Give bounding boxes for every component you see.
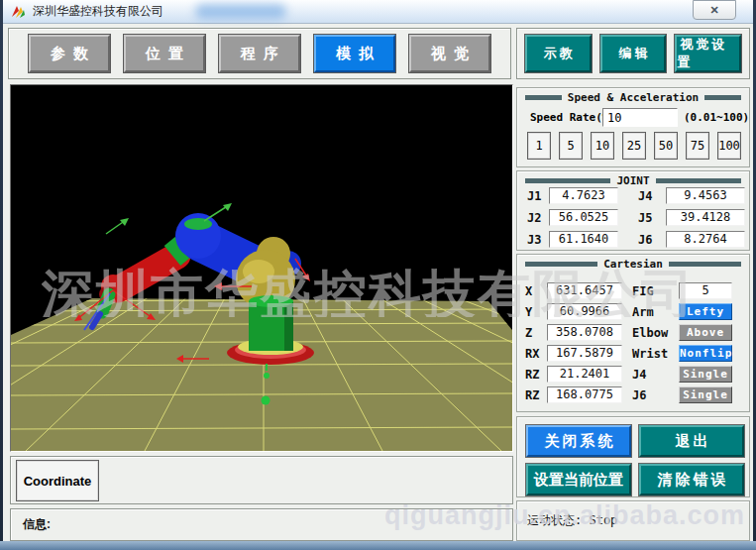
j5-value[interactable]: 39.4128 [666,209,745,226]
y-value[interactable]: 60.9966 [547,303,622,320]
motion-status-text: 运动状态: Stop [527,512,617,529]
wrist-label: Wrist [632,347,668,361]
blurred-caption [195,4,286,19]
j5-label: J5 [638,211,652,225]
tab-vision[interactable]: 视觉 [409,35,490,72]
speed-section-header: Speed & Acceleration [517,88,749,104]
j4-config-label: J4 [632,368,646,382]
main-tab-bar: 参数 位置 程序 模拟 视觉 [8,28,511,79]
speed-range-hint: (0.01~100) [684,111,749,124]
rz-value[interactable]: 21.2401 [547,366,622,383]
rx-value[interactable]: 167.5879 [547,345,622,362]
teach-button[interactable]: 示教 [525,35,592,72]
j3-value[interactable]: 61.1640 [549,231,618,248]
tab-program[interactable]: 程序 [219,35,300,72]
j6-config-label: J6 [632,388,646,402]
cartesian-section-header: Cartesian [517,255,749,271]
speed-preset-75[interactable]: 75 [686,132,709,160]
tab-position[interactable]: 位置 [124,35,205,72]
j3-label: J3 [527,233,541,247]
wrist-toggle[interactable]: Nonflip [679,345,732,362]
app-window: 深圳华盛控科技有限公司 ✕ 参数 位置 程序 模拟 视觉 示教 编辑 视觉设置 [3,0,753,542]
j2-label: J2 [527,211,541,225]
j6-toggle[interactable]: Single [679,386,732,403]
robot-3d-viewport[interactable] [10,84,513,452]
rx-label: RX [525,347,539,361]
window-frame-bottom [0,541,756,550]
speed-preset-10[interactable]: 10 [591,132,614,160]
coordinate-panel: Coordinate [10,456,513,504]
coordinate-button[interactable]: Coordinate [16,460,99,501]
joint-section: JOINT J1 4.7623 J2 56.0525 J3 61.1640 J4… [516,170,750,251]
tab-simulation[interactable]: 模拟 [314,35,395,72]
system-buttons-section: 关闭系统 退出 设置当前位置 清除错误 [516,416,750,497]
info-panel: 信息: [10,508,513,541]
window-title: 深圳华盛控科技有限公司 [33,3,163,20]
edit-button[interactable]: 编辑 [600,35,667,72]
floor-marker-small [264,373,270,379]
elbow-label: Elbow [632,326,668,340]
close-button[interactable]: ✕ [693,0,736,20]
speed-preset-100[interactable]: 100 [717,132,741,160]
cartesian-section: Cartesian X 631.6457 Y 60.9966 Z 358.070… [516,254,750,412]
speed-presets: 1 5 10 25 50 75 100 [527,132,741,160]
speed-rate-input[interactable] [602,108,678,127]
j4-label: J4 [638,189,652,203]
speed-preset-1[interactable]: 1 [527,132,551,160]
z-value[interactable]: 358.0708 [547,324,622,341]
y-label: Y [525,305,532,319]
joint-section-header: JOINT [517,171,749,187]
fig-value[interactable]: 5 [679,282,732,299]
z-label: Z [525,326,532,340]
arm-label: Arm [632,305,654,319]
fig-label: FIG [632,284,654,298]
j6-label: J6 [638,233,652,247]
tab-parameters[interactable]: 参数 [29,35,110,72]
x-value[interactable]: 631.6457 [547,282,622,299]
clear-error-button[interactable]: 清除错误 [639,464,744,495]
titlebar: 深圳华盛控科技有限公司 ✕ [3,0,753,24]
motion-status-panel: 运动状态: Stop [516,500,750,541]
speed-preset-25[interactable]: 25 [622,132,646,160]
x-label: X [525,284,532,298]
speed-preset-5[interactable]: 5 [559,132,583,160]
vision-settings-button[interactable]: 视觉设置 [675,35,741,72]
rz2-label: RZ [525,388,539,402]
floor-marker-large [262,396,270,405]
close-system-button[interactable]: 关闭系统 [526,425,631,457]
j6-value[interactable]: 8.2764 [666,231,745,248]
rz-label: RZ [525,368,539,382]
j4-toggle[interactable]: Single [679,366,732,383]
set-current-position-button[interactable]: 设置当前位置 [526,464,631,495]
j2-value[interactable]: 56.0525 [549,209,618,226]
speed-preset-50[interactable]: 50 [654,132,678,160]
action-bar: 示教 编辑 视觉设置 [516,28,750,79]
elbow-toggle[interactable]: Above [679,324,732,341]
j4-value[interactable]: 9.4563 [666,187,745,204]
app-logo-icon [11,4,27,20]
speed-section: Speed & Acceleration Speed Rate(%) (0.01… [516,87,750,167]
info-label: 信息: [23,516,51,533]
rz2-value[interactable]: 168.0775 [547,386,622,403]
exit-button[interactable]: 退出 [639,425,744,457]
j1-label: J1 [527,189,541,203]
j1-value[interactable]: 4.7623 [549,187,618,204]
robot-scene [11,85,512,451]
arm-toggle[interactable]: Lefty [679,303,732,320]
